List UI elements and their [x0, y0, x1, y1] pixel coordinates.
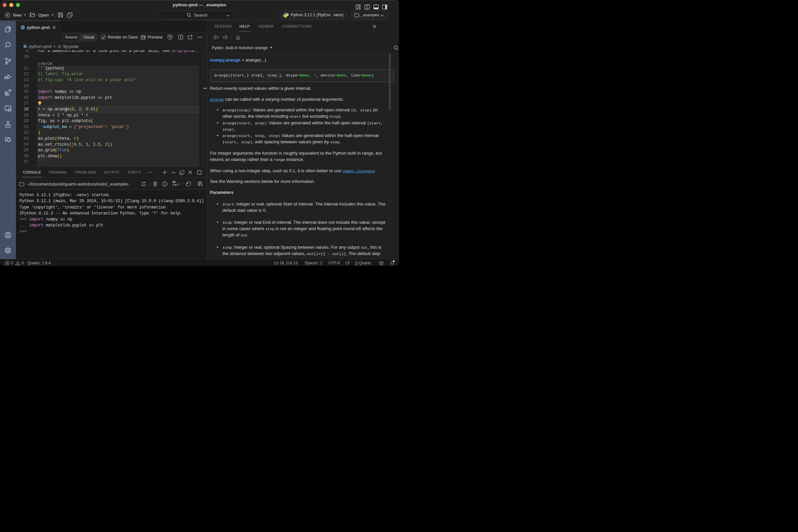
svg-text:c: c	[173, 183, 174, 186]
